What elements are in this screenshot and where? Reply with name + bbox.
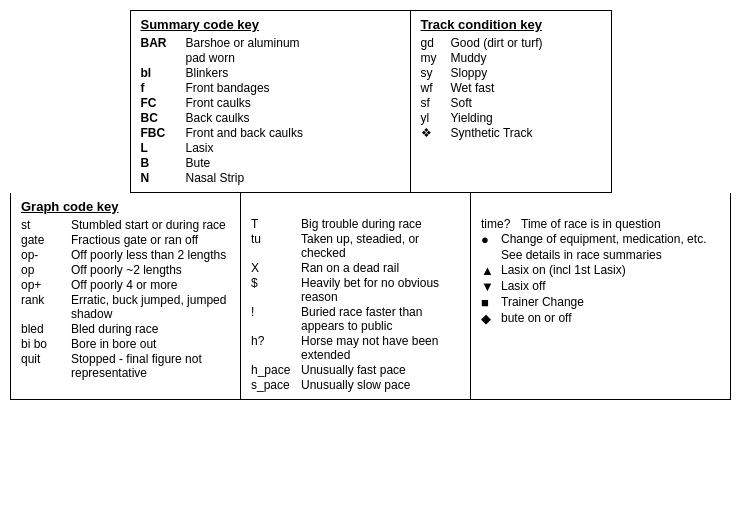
code-dollar: $ — [251, 276, 301, 290]
track-row-gd: gd Good (dirt or turf) — [421, 36, 601, 50]
summary-row-BC: BC Back caulks — [141, 111, 400, 125]
desc-op-minus: Off poorly less than 2 lengths — [71, 248, 230, 262]
code-exclaim: ! — [251, 305, 301, 319]
code-star: ❖ — [421, 126, 451, 140]
code-wf: wf — [421, 81, 451, 95]
code-op: op — [21, 263, 71, 277]
summary-row-B: B Bute — [141, 156, 400, 170]
summary-row-bl: bl Blinkers — [141, 66, 400, 80]
graph-row-tu: tu Taken up, steadied, or checked — [251, 232, 460, 260]
code-empty1 — [141, 51, 186, 65]
desc-yl: Yielding — [451, 111, 601, 125]
desc-N: Nasal Strip — [186, 171, 400, 185]
code-L: L — [141, 141, 186, 155]
code-op-plus: op+ — [21, 278, 71, 292]
track-row-sy: sy Sloppy — [421, 66, 601, 80]
graph-row-op-plus: op+ Off poorly 4 or more — [21, 278, 230, 292]
desc-wf: Wet fast — [451, 81, 601, 95]
desc-op: Off poorly ~2 lengths — [71, 263, 230, 277]
desc-square: Trainer Change — [501, 295, 720, 309]
summary-row-pad: pad worn — [141, 51, 400, 65]
summary-row-FC: FC Front caulks — [141, 96, 400, 110]
code-B: B — [141, 156, 186, 170]
desc-T: Big trouble during race — [301, 217, 460, 231]
summary-row-L: L Lasix — [141, 141, 400, 155]
desc-BC: Back caulks — [186, 111, 400, 125]
code-bl: bl — [141, 66, 186, 80]
desc-X: Ran on a dead rail — [301, 261, 460, 275]
graph-row-diamond: ◆ bute on or off — [481, 311, 720, 326]
summary-row-N: N Nasal Strip — [141, 171, 400, 185]
desc-time: Time of race is in question — [521, 217, 720, 231]
graph-col1: Graph code key st Stumbled start or duri… — [11, 193, 241, 399]
desc-bibo: Bore in bore out — [71, 337, 230, 351]
graph-row-X: X Ran on a dead rail — [251, 261, 460, 275]
desc-quit: Stopped - final figure not representativ… — [71, 352, 230, 380]
desc-rank: Erratic, buck jumped, jumped shadow — [71, 293, 230, 321]
track-row-sf: sf Soft — [421, 96, 601, 110]
outer-wrapper: Summary code key BAR Barshoe or aluminum… — [0, 0, 741, 410]
summary-row-f: f Front bandages — [141, 81, 400, 95]
code-X: X — [251, 261, 301, 275]
graph-row-dollar: $ Heavily bet for no obvious reason — [251, 276, 460, 304]
top-wrapper: Summary code key BAR Barshoe or aluminum… — [10, 10, 731, 193]
desc-L: Lasix — [186, 141, 400, 155]
desc-hpace: Unusually fast pace — [301, 363, 460, 377]
desc-gd: Good (dirt or turf) — [451, 36, 601, 50]
graph-col2: T Big trouble during race tu Taken up, s… — [241, 193, 471, 399]
code-op-minus: op- — [21, 248, 71, 262]
desc-sf: Soft — [451, 96, 601, 110]
desc-sy: Sloppy — [451, 66, 601, 80]
code-tu: tu — [251, 232, 301, 246]
desc-space: Unusually slow pace — [301, 378, 460, 392]
desc-FBC: Front and back caulks — [186, 126, 400, 140]
square-icon: ■ — [481, 295, 501, 310]
code-bled: bled — [21, 322, 71, 336]
desc-circle: Change of equipment, medication, etc. — [501, 232, 720, 246]
graph-row-triup: ▲ Lasix on (incl 1st Lasix) — [481, 263, 720, 278]
graph-row-exclaim: ! Buried race faster than appears to pub… — [251, 305, 460, 333]
desc-BAR: Barshoe or aluminum — [186, 36, 400, 50]
graph-row-bled: bled Bled during race — [21, 322, 230, 336]
desc-f: Front bandages — [186, 81, 400, 95]
graph-row-tridown: ▼ Lasix off — [481, 279, 720, 294]
graph-row-hq: h? Horse may not have been extended — [251, 334, 460, 362]
code-FBC: FBC — [141, 126, 186, 140]
desc-triup: Lasix on (incl 1st Lasix) — [501, 263, 720, 277]
code-sf: sf — [421, 96, 451, 110]
graph-row-space: s_pace Unusually slow pace — [251, 378, 460, 392]
code-hpace: h_pace — [251, 363, 301, 377]
desc-pad: pad worn — [186, 51, 400, 65]
desc-FC: Front caulks — [186, 96, 400, 110]
desc-details: See details in race summaries — [501, 248, 720, 262]
graph-title: Graph code key — [21, 199, 230, 214]
code-time: time? — [481, 217, 521, 231]
graph-col3: time? Time of race is in question ● Chan… — [471, 193, 730, 399]
code-bibo: bi bo — [21, 337, 71, 351]
graph-row-st: st Stumbled start or during race — [21, 218, 230, 232]
code-BC: BC — [141, 111, 186, 125]
code-f: f — [141, 81, 186, 95]
graph-row-details: See details in race summaries — [481, 248, 720, 262]
graph-row-bibo: bi bo Bore in bore out — [21, 337, 230, 351]
desc-exclaim: Buried race faster than appears to publi… — [301, 305, 460, 333]
top-tables-container: Summary code key BAR Barshoe or aluminum… — [130, 10, 612, 193]
code-BAR: BAR — [141, 36, 186, 50]
graph-row-square: ■ Trainer Change — [481, 295, 720, 310]
graph-row-rank: rank Erratic, buck jumped, jumped shadow — [21, 293, 230, 321]
graph-row-time: time? Time of race is in question — [481, 217, 720, 231]
desc-hq: Horse may not have been extended — [301, 334, 460, 362]
desc-st: Stumbled start or during race — [71, 218, 230, 232]
desc-dollar: Heavily bet for no obvious reason — [301, 276, 460, 304]
summary-key: Summary code key BAR Barshoe or aluminum… — [131, 11, 411, 192]
triangle-down-icon: ▼ — [481, 279, 501, 294]
graph-row-quit: quit Stopped - final figure not represen… — [21, 352, 230, 380]
code-my: my — [421, 51, 451, 65]
circle-icon: ● — [481, 232, 501, 247]
summary-row-BAR: BAR Barshoe or aluminum — [141, 36, 400, 50]
graph-row-T: T Big trouble during race — [251, 217, 460, 231]
track-row-star: ❖ Synthetic Track — [421, 126, 601, 140]
graph-row-op: op Off poorly ~2 lengths — [21, 263, 230, 277]
code-sy: sy — [421, 66, 451, 80]
desc-tu: Taken up, steadied, or checked — [301, 232, 460, 260]
